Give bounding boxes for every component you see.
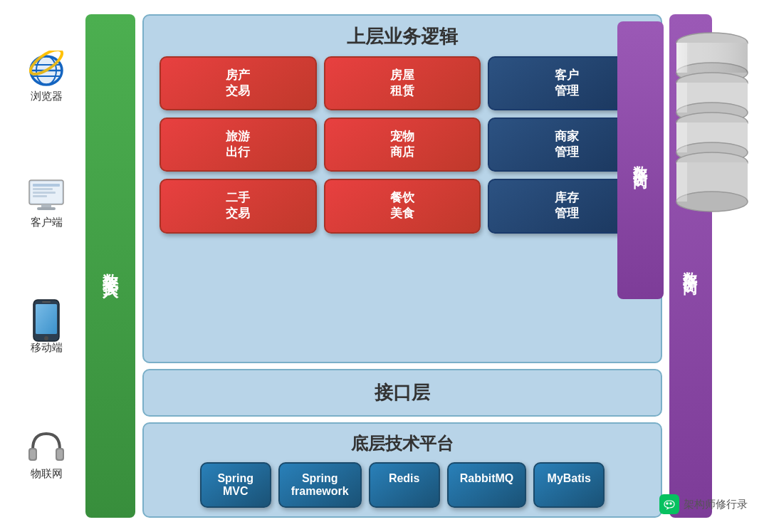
iot-label: 物联网 bbox=[31, 467, 63, 481]
module-房屋租赁[interactable]: 房屋租赁 bbox=[324, 56, 481, 110]
svg-rect-9 bbox=[33, 184, 60, 187]
data-visit-text-positioned: 数据访问 bbox=[631, 155, 650, 166]
desktop-icon bbox=[25, 177, 68, 213]
watermark-text: 架构师修行录 bbox=[684, 498, 748, 511]
desktop-item: 客户端 bbox=[25, 177, 68, 229]
svg-point-17 bbox=[44, 336, 48, 340]
tech-platform-box: 底层技术平台 SpringMVC Springframework Redis R… bbox=[142, 422, 662, 518]
watermark: 架构师修行录 bbox=[659, 494, 748, 514]
interface-layer-box: 接口层 bbox=[142, 369, 662, 417]
module-房产交易[interactable]: 房产交易 bbox=[159, 56, 317, 110]
tech-platform-title: 底层技术平台 bbox=[152, 432, 652, 455]
tech-spring-framework[interactable]: Springframework bbox=[278, 462, 362, 508]
iot-item: 物联网 bbox=[25, 429, 68, 481]
business-logic-title: 上层业务逻辑 bbox=[152, 24, 652, 49]
svg-rect-39 bbox=[676, 122, 687, 152]
svg-rect-18 bbox=[42, 301, 51, 303]
left-clients-panel: 浏览器 客户端 bbox=[14, 14, 78, 518]
svg-rect-12 bbox=[33, 195, 47, 197]
svg-point-42 bbox=[669, 502, 672, 505]
mobile-icon bbox=[25, 303, 68, 338]
database-icon bbox=[669, 21, 755, 235]
svg-rect-37 bbox=[676, 43, 687, 73]
iot-icon bbox=[25, 429, 68, 464]
svg-rect-13 bbox=[41, 204, 51, 207]
data-visit-text: 数据访问 bbox=[681, 261, 701, 272]
module-宠物商店[interactable]: 宠物商店 bbox=[324, 118, 481, 172]
mobile-label: 移动端 bbox=[31, 341, 63, 355]
module-旅游出行[interactable]: 旅游出行 bbox=[159, 118, 317, 172]
browser-label: 浏览器 bbox=[31, 90, 63, 103]
database-panel bbox=[669, 21, 755, 249]
tech-rabbitmq[interactable]: RabbitMQ bbox=[447, 462, 527, 508]
svg-rect-14 bbox=[37, 207, 56, 210]
center-area: 上层业务逻辑 房产交易 房屋租赁 客户管理 旅游出行 宠物商店 商家管理 二手交… bbox=[142, 14, 662, 518]
browser-item: 浏览器 bbox=[25, 51, 68, 103]
business-logic-box: 上层业务逻辑 房产交易 房屋租赁 客户管理 旅游出行 宠物商店 商家管理 二手交… bbox=[142, 14, 662, 363]
svg-rect-19 bbox=[36, 304, 57, 334]
svg-rect-38 bbox=[676, 83, 687, 113]
svg-rect-23 bbox=[57, 449, 63, 459]
wechat-icon bbox=[659, 494, 679, 514]
data-access-bar: 数据接入 bbox=[85, 14, 135, 518]
browser-icon bbox=[25, 51, 68, 87]
module-二手交易[interactable]: 二手交易 bbox=[159, 179, 317, 233]
svg-rect-21 bbox=[30, 449, 36, 459]
svg-rect-10 bbox=[33, 188, 53, 190]
module-餐饮美食[interactable]: 餐饮美食 bbox=[324, 179, 481, 233]
mobile-item: 移动端 bbox=[25, 303, 68, 355]
interface-title: 接口层 bbox=[154, 380, 651, 405]
data-access-text: 数据接入 bbox=[100, 261, 121, 272]
svg-rect-40 bbox=[676, 162, 687, 202]
module-grid: 房产交易 房屋租赁 客户管理 旅游出行 宠物商店 商家管理 二手交易 餐饮美食 … bbox=[152, 56, 652, 234]
tech-spring-mvc[interactable]: SpringMVC bbox=[200, 462, 271, 508]
tech-redis[interactable]: Redis bbox=[369, 462, 440, 508]
desktop-label: 客户端 bbox=[31, 216, 63, 229]
tech-mybatis[interactable]: MyBatis bbox=[533, 462, 605, 508]
tech-buttons: SpringMVC Springframework Redis RabbitMQ… bbox=[152, 462, 652, 508]
svg-rect-11 bbox=[33, 192, 56, 194]
data-visit-bar-positioned: 数据访问 bbox=[617, 21, 664, 299]
svg-point-6 bbox=[31, 56, 62, 85]
main-container: 浏览器 客户端 bbox=[0, 0, 769, 532]
svg-point-41 bbox=[666, 502, 669, 505]
